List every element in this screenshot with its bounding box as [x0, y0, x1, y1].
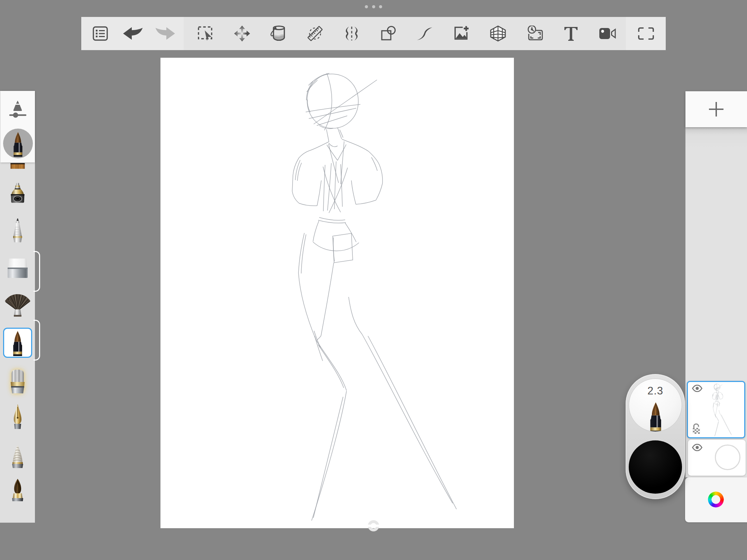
current-brush-preview[interactable] — [3, 129, 33, 158]
brush-group-bracket — [34, 251, 40, 292]
fountain-pen-icon — [9, 404, 26, 430]
redo-arrow-icon — [155, 27, 175, 40]
handle-dot — [365, 5, 368, 8]
redo-button[interactable] — [149, 23, 182, 44]
flat-silver-brush-icon — [8, 369, 28, 394]
airbrush-icon — [8, 182, 27, 205]
color-panel — [685, 477, 747, 522]
brush-palette — [0, 91, 35, 523]
drawing-canvas[interactable] — [160, 58, 514, 528]
toolbar-group-file-edit — [81, 17, 184, 50]
fullscreen-button[interactable] — [636, 23, 656, 44]
small-round-brush-icon — [9, 478, 27, 502]
handle-dot — [379, 5, 382, 8]
technical-pencil-icon — [8, 218, 27, 243]
background-visibility-eye-icon[interactable] — [692, 444, 702, 451]
brush-item-eraser[interactable] — [6, 257, 30, 280]
video-camera-icon — [599, 28, 616, 39]
brush-item-technical-pencil[interactable] — [6, 218, 29, 243]
brush-item-small-round[interactable] — [7, 478, 28, 502]
layer-1-visibility-eye-icon[interactable] — [692, 385, 702, 392]
text-button[interactable] — [553, 23, 590, 44]
brush-item-flat-copper[interactable] — [10, 162, 25, 170]
import-image-button[interactable] — [443, 23, 480, 44]
time-lapse-button[interactable] — [516, 23, 553, 44]
chalk-cone-icon — [10, 444, 26, 468]
brush-item-chalk-cone[interactable] — [8, 444, 28, 469]
symmetry-button[interactable] — [333, 23, 370, 44]
background-color-circle — [715, 445, 740, 470]
layers-panel-header — [685, 91, 747, 127]
brush-item-airbrush[interactable] — [5, 181, 30, 206]
toolbar-group-tools — [184, 17, 626, 50]
predictive-stroke-button[interactable] — [407, 23, 443, 44]
undo-button[interactable] — [117, 23, 149, 44]
layer-row-background[interactable] — [688, 440, 746, 476]
undo-arrow-icon — [123, 27, 143, 40]
marquee-cursor-icon — [197, 26, 213, 41]
symmetry-icon — [344, 26, 360, 41]
eraser-icon — [6, 258, 29, 279]
brush-group-bracket — [34, 320, 40, 361]
brush-settings-panel — [0, 91, 35, 162]
layer-1-thumbnail — [697, 382, 738, 437]
brush-size-icon[interactable] — [0, 100, 35, 130]
brush-item-flat-silver[interactable] — [6, 368, 30, 395]
shapes-button[interactable] — [370, 23, 407, 44]
transform-button[interactable] — [224, 23, 260, 44]
list-menu-icon — [92, 26, 108, 41]
stroke-curve-icon — [416, 26, 433, 41]
flat-copper-brush-icon — [10, 162, 25, 170]
fill-button[interactable] — [260, 23, 297, 44]
round-sable-brush-icon — [11, 130, 25, 158]
round-sable-brush-icon — [647, 402, 665, 432]
guides-button[interactable] — [297, 23, 333, 44]
canvas-handle-ring[interactable] — [368, 520, 379, 532]
color-wheel-button[interactable] — [708, 492, 724, 507]
perspective-box-icon — [490, 26, 506, 41]
round-sable-brush-icon — [10, 330, 26, 356]
menu-button[interactable] — [84, 23, 117, 44]
puck-current-color[interactable] — [629, 440, 682, 494]
layer-row-1-selected[interactable] — [687, 381, 745, 438]
brush-size-value: 2.3 — [629, 385, 682, 397]
fullscreen-icon — [638, 27, 654, 40]
brush-color-puck[interactable]: 2.3 — [626, 374, 685, 499]
shapes-icon — [380, 26, 396, 41]
image-add-icon — [453, 26, 470, 41]
window-handle-dots[interactable] — [365, 4, 382, 9]
brush-item-fan-brush[interactable] — [3, 293, 32, 317]
handle-dot — [372, 5, 375, 8]
paint-bucket-icon — [270, 25, 287, 42]
text-icon — [563, 26, 579, 41]
brush-item-round-sable-selected[interactable] — [3, 328, 32, 358]
time-lapse-icon — [526, 26, 543, 41]
ruler-icon — [306, 25, 324, 42]
layer-1-unlocked-icon[interactable] — [692, 423, 700, 434]
sketchbook-app: 2.3 — [0, 0, 747, 560]
main-toolbar — [81, 17, 666, 50]
fan-brush-icon — [4, 293, 31, 317]
puck-brush-size[interactable]: 2.3 — [629, 379, 682, 432]
add-layer-button[interactable] — [708, 101, 724, 117]
move-arrows-icon — [234, 26, 250, 41]
toolbar-group-view — [626, 17, 666, 50]
selection-button[interactable] — [187, 23, 224, 44]
perspective-button[interactable] — [480, 23, 516, 44]
camera-button[interactable] — [589, 23, 626, 44]
brush-item-fountain-pen[interactable] — [7, 404, 28, 430]
figure-sketch — [160, 58, 514, 528]
